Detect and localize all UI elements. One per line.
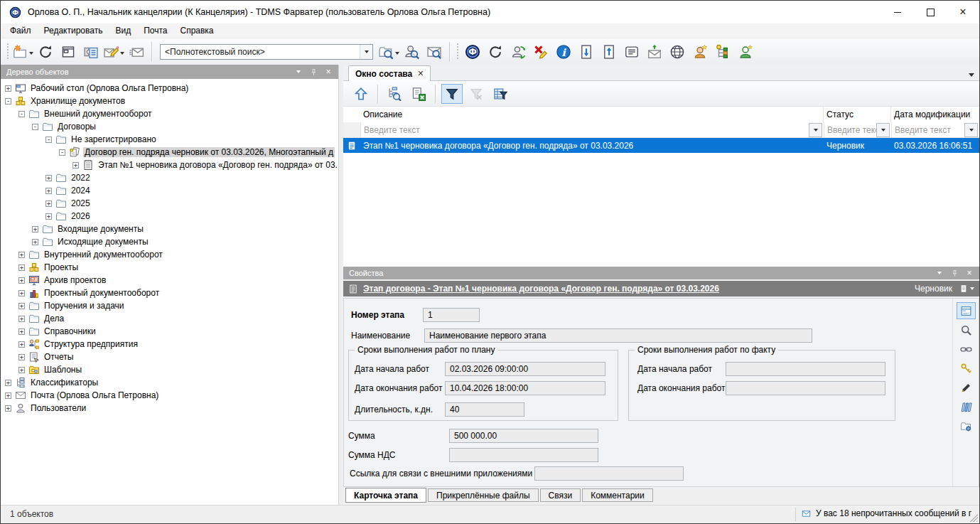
collapse-icon[interactable]: - bbox=[45, 137, 52, 143]
expand-icon[interactable]: + bbox=[45, 213, 52, 220]
tab-attached-files[interactable]: Прикреплённые файлы bbox=[428, 488, 539, 502]
expand-icon[interactable]: + bbox=[45, 200, 52, 207]
collapse-icon[interactable]: - bbox=[5, 98, 11, 105]
plan-start-input[interactable]: 02.03.2026 09:00:00 bbox=[445, 362, 605, 376]
card-view-button[interactable] bbox=[957, 302, 976, 319]
expand-icon[interactable]: + bbox=[18, 316, 25, 322]
expand-icon[interactable]: + bbox=[18, 264, 25, 271]
card-settings-button[interactable] bbox=[957, 417, 976, 434]
tree-item-classifiers[interactable]: +Классификаторы bbox=[1, 376, 338, 389]
tree-item-year-2022[interactable]: +2022 bbox=[1, 171, 338, 184]
tree-item-company-structure[interactable]: +Структура предприятия bbox=[1, 338, 338, 351]
toolbar-new-object-button[interactable] bbox=[12, 41, 33, 63]
toolbar-substitute-user-button[interactable] bbox=[507, 41, 529, 63]
table-row[interactable]: Этап №1 черновика договора «Договор ген.… bbox=[343, 138, 979, 153]
tree-item-templates[interactable]: +Шаблоны bbox=[1, 363, 338, 376]
fulltext-search-combo[interactable]: <Полнотекстовый поиск> bbox=[160, 44, 373, 60]
toolbar-administrator-button[interactable] bbox=[689, 41, 711, 63]
filter-dropdown-button[interactable] bbox=[964, 123, 978, 137]
name-input[interactable]: Наименование первого этапа bbox=[424, 328, 812, 343]
expand-icon[interactable]: + bbox=[32, 226, 38, 232]
tree-item-year-2025[interactable]: +2025 bbox=[1, 197, 338, 210]
sum-input[interactable]: 500 000.00 bbox=[449, 429, 598, 443]
search-in-card-button[interactable] bbox=[957, 321, 976, 338]
tree-item-stage-1[interactable]: +Этап №1 черновика договора «Договор ген… bbox=[1, 159, 338, 171]
tree-item-projects-archive[interactable]: +Архив проектов bbox=[1, 274, 338, 287]
tree-item-cases[interactable]: +Дела bbox=[1, 312, 338, 325]
expand-icon[interactable]: + bbox=[32, 239, 38, 245]
signatures-button[interactable] bbox=[957, 379, 976, 396]
expand-icon[interactable]: + bbox=[45, 175, 52, 181]
toolbar-object-info-button[interactable]: i bbox=[553, 41, 574, 63]
toolbar-send-mail-button[interactable] bbox=[126, 41, 147, 63]
resize-grip[interactable] bbox=[969, 513, 978, 522]
panel-pin-button[interactable] bbox=[309, 68, 318, 76]
expand-icon[interactable]: + bbox=[18, 328, 25, 335]
tree-item-projects[interactable]: +Проекты bbox=[1, 261, 338, 274]
panel-pin-button[interactable] bbox=[950, 269, 959, 277]
filter-button[interactable] bbox=[441, 84, 463, 104]
tree-item-document-storage[interactable]: -Хранилище документов bbox=[1, 95, 338, 107]
toolbar-farvater-home-button[interactable]: Ф bbox=[462, 41, 483, 63]
toolbar-grip[interactable] bbox=[456, 43, 458, 60]
tree-item-desktop[interactable]: +Рабочий стол (Орлова Ольга Петровна) bbox=[1, 82, 338, 95]
tree-item-incoming-documents[interactable]: +Входящие документы bbox=[1, 223, 338, 235]
expand-icon[interactable]: + bbox=[18, 303, 25, 309]
collapse-icon[interactable]: - bbox=[59, 149, 65, 156]
column-header-modified[interactable]: Дата модификации bbox=[891, 107, 979, 122]
column-header-description[interactable]: Описание bbox=[360, 107, 824, 122]
toolbar-delete-marked-button[interactable] bbox=[530, 41, 551, 63]
expand-icon[interactable]: + bbox=[18, 341, 25, 348]
toolbar-search-users-button[interactable] bbox=[401, 41, 422, 63]
menu-view[interactable]: Вид bbox=[109, 24, 137, 37]
stage-number-input[interactable]: 1 bbox=[423, 308, 480, 322]
expand-icon[interactable]: + bbox=[5, 405, 11, 412]
toolbar-user-profile-button[interactable] bbox=[735, 41, 756, 63]
column-header-status[interactable]: Статус bbox=[824, 107, 891, 122]
tree-item-outgoing-documents[interactable]: +Исходящие документы bbox=[1, 235, 338, 248]
filter-dropdown-button[interactable] bbox=[809, 123, 822, 137]
dropdown-caret-icon[interactable] bbox=[395, 47, 399, 57]
search-in-tree-button[interactable] bbox=[384, 84, 405, 104]
tree-item-contract-draft[interactable]: -Договор ген. подряда черновик от 03.03.… bbox=[1, 146, 338, 159]
sum-vat-input[interactable] bbox=[449, 448, 598, 462]
duration-input[interactable]: 40 bbox=[445, 402, 524, 417]
mail-notification[interactable]: У вас 18 непрочитанных сообщений в па bbox=[801, 508, 971, 518]
tree-item-reports[interactable]: +Отчеты bbox=[1, 351, 338, 363]
toolbar-take-document-button[interactable] bbox=[576, 41, 597, 63]
tree-item-year-2024[interactable]: +2024 bbox=[1, 184, 338, 197]
toolbar-refresh-button[interactable] bbox=[35, 41, 56, 63]
plan-end-input[interactable]: 10.04.2026 18:00:00 bbox=[445, 381, 605, 395]
menu-edit[interactable]: Редактировать bbox=[38, 24, 109, 37]
expand-icon[interactable]: + bbox=[18, 252, 25, 258]
export-to-excel-button[interactable] bbox=[408, 84, 429, 104]
versions-button[interactable] bbox=[957, 398, 976, 415]
toolbar-return-document-button[interactable] bbox=[598, 41, 620, 63]
expand-icon[interactable]: + bbox=[72, 162, 79, 169]
menu-help[interactable]: Справка bbox=[173, 24, 220, 37]
expand-icon[interactable]: + bbox=[18, 277, 25, 284]
tree-item-project-docflow[interactable]: +Проектный документооборот bbox=[1, 287, 338, 299]
minimize-button[interactable] bbox=[881, 1, 914, 23]
toolbar-outgoing-mail-button[interactable] bbox=[644, 41, 665, 63]
expand-icon[interactable]: + bbox=[5, 85, 11, 92]
tab-links[interactable]: Связи bbox=[540, 488, 581, 502]
toolbar-compose-mail-button[interactable] bbox=[103, 41, 124, 63]
tab-list-button[interactable] bbox=[969, 69, 974, 79]
toolbar-refresh-all-button[interactable] bbox=[485, 41, 506, 63]
close-button[interactable]: × bbox=[947, 1, 979, 23]
panel-close-button[interactable]: × bbox=[965, 269, 974, 277]
toolbar-grip[interactable] bbox=[6, 43, 9, 60]
toolbar-search-mail-button[interactable] bbox=[424, 41, 445, 63]
expand-icon[interactable]: + bbox=[18, 290, 25, 296]
expand-icon[interactable]: + bbox=[5, 380, 11, 386]
collapse-icon[interactable]: - bbox=[32, 124, 38, 130]
tree-item-not-registered[interactable]: -Не зарегистрировано bbox=[1, 133, 338, 146]
filter-description-input[interactable]: Введите текст bbox=[361, 122, 824, 137]
expand-icon[interactable]: + bbox=[18, 367, 25, 373]
toolbar-web-portal-button[interactable] bbox=[667, 41, 688, 63]
tab-close-icon[interactable]: ✕ bbox=[417, 69, 424, 78]
filter-settings-button[interactable] bbox=[490, 84, 511, 104]
dropdown-caret-icon[interactable] bbox=[29, 47, 33, 57]
menu-mail[interactable]: Почта bbox=[137, 24, 173, 37]
